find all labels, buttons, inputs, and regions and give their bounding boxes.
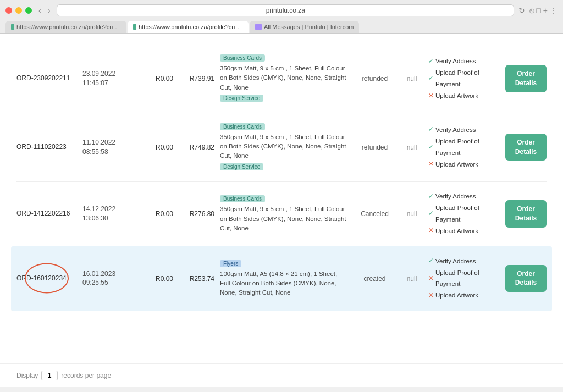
order-actions: ✓Verify Address✓Upload Proof of Payment✕… [428,124,500,170]
check-icon: ✓ [428,56,434,68]
order-actions: ✓Verify Address✓Upload Proof of Payment✕… [428,56,500,102]
table-row: ORD-141220221614.12.202213:06:30R0.00R27… [16,182,547,247]
new-tab-button[interactable]: + [543,6,548,15]
address-bar[interactable]: printulu.co.za [57,4,514,16]
action-item: ✕Upload Artwork [428,225,500,237]
action-item: ✕Upload Proof of Payment [428,267,500,290]
order-product: Business Cards350gsm Matt, 9 x 5 cm , 1 … [220,122,349,173]
display-label: Display [16,372,38,379]
action-label: Verify Address [435,256,476,267]
order-id: ORD-111020223 [16,142,77,152]
action-item: ✓Verify Address [428,255,500,267]
tab-2[interactable]: https://www.printulu.co.za/profile?custo… [128,21,249,33]
order-id: ORD-160120234 [16,274,77,283]
close-button[interactable] [5,7,12,14]
order-details-button[interactable]: Order Details [505,200,547,228]
cross-icon: ✕ [428,290,434,302]
check-icon: ✓ [428,124,434,136]
tab-1[interactable]: https://www.printulu.co.za/profile?custo… [5,21,126,33]
cross-icon: ✕ [428,158,434,170]
minimize-button[interactable] [15,7,22,14]
tab-label-3: All Messages | Printulu | Intercom [264,24,354,30]
product-desc: 350gsm Matt, 9 x 5 cm , 1 Sheet, Full Co… [220,132,349,161]
menu-button[interactable]: ⋮ [550,6,558,15]
order-id: ORD-1412202216 [16,209,77,218]
orders-table: ORD-230920221123.09.202211:45:07R0.00R73… [16,45,547,311]
order-details-button[interactable]: Order Details [505,134,547,161]
order-actions: ✓Verify Address✓Upload Proof of Payment✕… [428,191,500,238]
order-price1: R0.00 [143,74,173,82]
order-btn-wrapper: Order Details [505,200,547,228]
records-label: records per page [61,372,111,379]
window-controls: ⎋ □ + ⋮ [529,6,558,15]
browser-controls: ‹ › printulu.co.za ↻ ⎋ □ + ⋮ [5,4,558,16]
action-item: ✓Upload Proof of Payment [428,202,500,225]
action-item: ✓Upload Proof of Payment [428,67,500,90]
order-product: Business Cards350gsm Matt, 9 x 5 cm , 1 … [220,194,349,233]
check-icon: ✓ [428,141,434,153]
order-id-wrapper: ORD-160120234 [16,274,77,283]
forward-button[interactable]: › [46,5,53,16]
order-btn-wrapper: Order Details [505,265,547,292]
action-label: Upload Proof of Payment [435,202,500,225]
order-date: 16.01.202309:25:55 [82,269,137,288]
action-label: Upload Proof of Payment [435,136,500,158]
records-per-page-input[interactable] [41,371,58,380]
share-button[interactable]: ⎋ [529,6,534,15]
order-id: ORD-2309202211 [16,74,77,83]
order-status: refunded [354,143,395,151]
order-product: Flyers100gsm Matt, A5 (14.8 × 21 cm), 1 … [220,259,349,298]
order-price2: R276.80 [179,209,214,218]
action-item: ✕Upload Artwork [428,290,500,302]
url-text: printulu.co.za [266,7,305,14]
order-details-button[interactable]: Order Details [505,265,547,292]
order-price1: R0.00 [143,209,173,218]
order-status: Canceled [354,209,395,218]
address-bar-area: printulu.co.za ↻ [57,4,525,16]
order-actions: ✓Verify Address✕Upload Proof of Payment✕… [428,255,500,302]
action-item: ✓Verify Address [428,56,500,68]
tab-favicon-1 [11,24,14,30]
product-extra-tag: Design Service [220,163,263,170]
order-id-wrapper: ORD-1412202216 [16,209,77,218]
product-tag: Flyers [220,260,241,267]
order-date: 11.10.202208:55:58 [82,138,137,157]
product-tag: Business Cards [220,123,265,130]
product-desc: 350gsm Matt, 9 x 5 cm , 1 Sheet, Full Co… [220,64,349,92]
action-label: Upload Artwork [435,290,478,301]
maximize-button[interactable] [25,7,32,14]
product-tag: Business Cards [220,54,265,62]
action-label: Upload Artwork [435,159,478,170]
order-status: refunded [354,74,395,82]
order-product: Business Cards350gsm Matt, 9 x 5 cm , 1 … [220,53,349,104]
reload-button[interactable]: ↻ [518,6,525,15]
check-icon: ✓ [428,191,434,203]
action-item: ✓Upload Proof of Payment [428,136,500,158]
action-item: ✕Upload Artwork [428,158,500,170]
tab-3[interactable]: All Messages | Printulu | Intercom [250,21,359,33]
cross-icon: ✕ [428,273,434,285]
back-button[interactable]: ‹ [36,5,43,16]
footer: Display records per page [0,363,563,387]
action-label: Verify Address [435,56,476,67]
check-icon: ✓ [428,208,434,220]
order-date: 23.09.202211:45:07 [82,69,137,88]
table-row: ORD-11102022311.10.202208:55:58R0.00R749… [16,113,547,182]
action-label: Upload Proof of Payment [435,67,500,90]
order-id-wrapper: ORD-111020223 [16,142,77,152]
check-icon: ✓ [428,73,434,85]
action-item: ✕Upload Artwork [428,90,500,102]
bookmark-button[interactable]: □ [536,6,540,15]
order-btn-wrapper: Order Details [505,134,547,161]
order-date: 14.12.202213:06:30 [82,205,137,223]
order-null: null [401,74,423,82]
tab-favicon-3 [255,24,262,30]
action-item: ✓Verify Address [428,124,500,136]
nav-buttons: ‹ › [36,5,52,16]
product-desc: 100gsm Matt, A5 (14.8 × 21 cm), 1 Sheet,… [220,269,349,298]
traffic-lights [5,7,32,14]
order-details-button[interactable]: Order Details [505,65,547,92]
tab-bar: https://www.printulu.co.za/profile?custo… [5,21,558,33]
tab-label-1: https://www.printulu.co.za/profile?custo… [16,24,121,30]
action-label: Verify Address [435,124,476,136]
